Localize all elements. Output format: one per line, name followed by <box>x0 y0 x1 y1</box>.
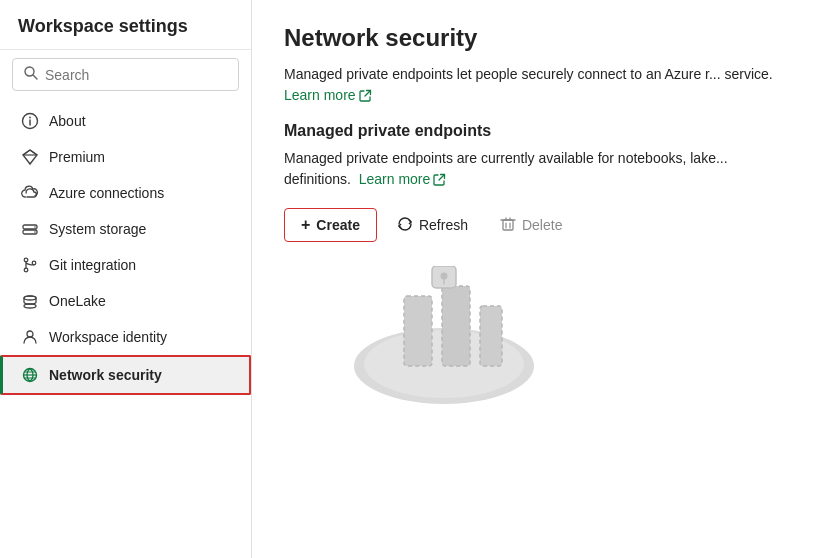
svg-point-17 <box>24 296 36 300</box>
sidebar-item-network-security[interactable]: Network security <box>0 355 251 395</box>
sidebar-item-label: Azure connections <box>49 185 164 201</box>
identity-icon <box>21 328 39 346</box>
description-text: Managed private endpoints let people sec… <box>284 64 789 106</box>
svg-line-1 <box>33 75 37 79</box>
section-title: Managed private endpoints <box>284 122 789 140</box>
svg-rect-34 <box>442 286 470 366</box>
main-content: Network security Managed private endpoin… <box>252 0 821 558</box>
storage-icon <box>21 220 39 238</box>
svg-point-11 <box>34 226 36 228</box>
sidebar-item-azure-connections[interactable]: Azure connections <box>0 175 251 211</box>
svg-marker-5 <box>23 150 37 164</box>
git-icon <box>21 256 39 274</box>
sidebar-title: Workspace settings <box>0 0 251 50</box>
svg-rect-25 <box>503 220 513 230</box>
svg-line-24 <box>439 175 445 181</box>
search-icon <box>23 65 39 84</box>
svg-rect-33 <box>404 296 432 366</box>
svg-rect-35 <box>480 306 502 366</box>
sidebar-item-label: Network security <box>49 367 162 383</box>
search-box[interactable] <box>12 58 239 91</box>
sidebar-item-git-integration[interactable]: Git integration <box>0 247 251 283</box>
learn-more-link-2[interactable]: Learn more <box>359 169 447 190</box>
onelake-icon <box>21 292 39 310</box>
plus-icon: + <box>301 216 310 234</box>
sidebar-item-workspace-identity[interactable]: Workspace identity <box>0 319 251 355</box>
search-input[interactable] <box>45 67 228 83</box>
illustration-svg <box>344 266 544 406</box>
svg-point-12 <box>34 231 36 233</box>
refresh-icon <box>397 216 413 235</box>
sidebar-item-label: Git integration <box>49 257 136 273</box>
learn-more-link-1[interactable]: Learn more <box>284 85 372 106</box>
info-icon <box>21 112 39 130</box>
cloud-icon <box>21 184 39 202</box>
sidebar-item-label: Workspace identity <box>49 329 167 345</box>
sidebar-item-label: About <box>49 113 86 129</box>
refresh-button[interactable]: Refresh <box>385 209 480 242</box>
network-icon <box>21 366 39 384</box>
sidebar: Workspace settings About <box>0 0 252 558</box>
illustration-area <box>284 266 789 406</box>
sidebar-item-system-storage[interactable]: System storage <box>0 211 251 247</box>
svg-line-7 <box>23 150 30 155</box>
page-title: Network security <box>284 24 789 52</box>
nav-list: About Premium Azure connec <box>0 99 251 558</box>
sidebar-item-label: OneLake <box>49 293 106 309</box>
trash-icon <box>500 216 516 235</box>
sidebar-item-about[interactable]: About <box>0 103 251 139</box>
svg-line-8 <box>30 150 37 155</box>
svg-line-23 <box>365 91 371 97</box>
delete-button[interactable]: Delete <box>488 209 574 242</box>
create-button[interactable]: + Create <box>284 208 377 242</box>
diamond-icon <box>21 148 39 166</box>
sidebar-item-premium[interactable]: Premium <box>0 139 251 175</box>
external-link-icon-2 <box>433 173 446 186</box>
svg-point-4 <box>29 117 31 119</box>
sidebar-item-label: Premium <box>49 149 105 165</box>
sidebar-item-label: System storage <box>49 221 146 237</box>
sidebar-item-onelake[interactable]: OneLake <box>0 283 251 319</box>
toolbar: + Create Refresh <box>284 208 789 242</box>
section-desc-text: Managed private endpoints are currently … <box>284 148 789 190</box>
svg-point-18 <box>27 331 33 337</box>
external-link-icon <box>359 89 372 102</box>
